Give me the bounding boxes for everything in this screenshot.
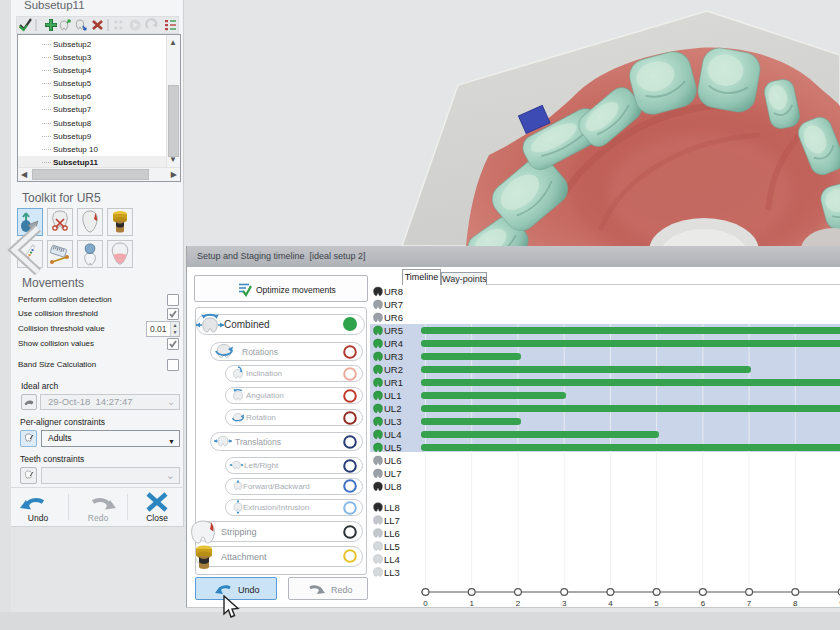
svg-text:UR7: UR7 — [384, 299, 403, 310]
svg-text:8: 8 — [793, 599, 798, 608]
svg-text:0: 0 — [423, 599, 428, 608]
svg-text:UR4: UR4 — [384, 338, 403, 349]
svg-text:UR8: UR8 — [384, 286, 403, 297]
svg-text:UL7: UL7 — [384, 468, 401, 479]
svg-text:UL5: UL5 — [384, 442, 401, 453]
svg-text:UL1: UL1 — [384, 390, 401, 401]
svg-text:UL8: UL8 — [384, 481, 401, 492]
svg-text:LL3: LL3 — [384, 567, 400, 578]
svg-text:LL7: LL7 — [384, 515, 400, 526]
svg-text:LL8: LL8 — [384, 502, 400, 513]
svg-text:LL4: LL4 — [384, 554, 400, 565]
svg-text:UL6: UL6 — [384, 455, 401, 466]
svg-text:3: 3 — [562, 599, 567, 608]
svg-text:1: 1 — [469, 599, 474, 608]
svg-text:UL2: UL2 — [384, 403, 401, 414]
svg-text:UL3: UL3 — [384, 416, 401, 427]
svg-text:UR1: UR1 — [384, 377, 403, 388]
svg-text:UL4: UL4 — [384, 429, 401, 440]
svg-text:5: 5 — [654, 599, 659, 608]
svg-text:LL6: LL6 — [384, 528, 400, 539]
svg-text:LL5: LL5 — [384, 541, 400, 552]
svg-text:4: 4 — [608, 599, 613, 608]
svg-text:UR3: UR3 — [384, 351, 403, 362]
svg-text:6: 6 — [701, 599, 706, 608]
svg-text:UR6: UR6 — [384, 312, 403, 323]
svg-text:7: 7 — [747, 599, 752, 608]
svg-text:2: 2 — [516, 599, 521, 608]
svg-text:UR5: UR5 — [384, 325, 403, 336]
svg-text:UR2: UR2 — [384, 364, 403, 375]
